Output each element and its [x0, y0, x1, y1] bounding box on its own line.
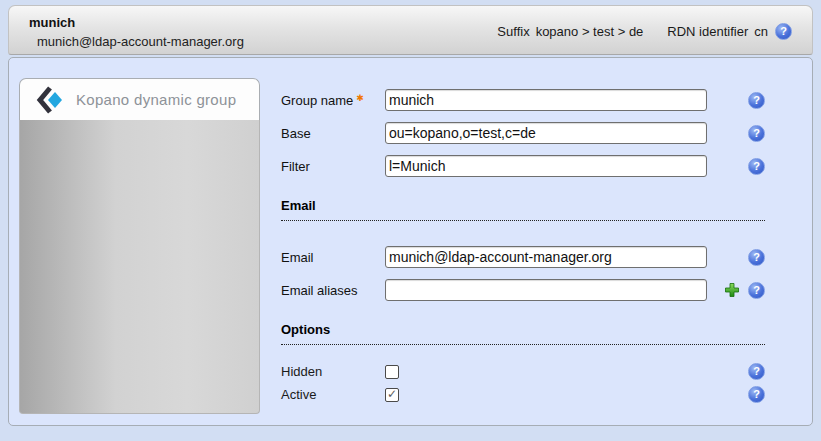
email-aliases-label: Email aliases [281, 283, 385, 298]
group-name-label-text: Group name [281, 93, 353, 108]
base-label: Base [281, 126, 385, 141]
form-row-base: Base ? [281, 122, 765, 144]
active-checkbox[interactable] [385, 388, 399, 402]
account-header-bar: munich munich@ldap-account-manager.org S… [8, 5, 813, 55]
lam-account-edit-page: { "page": { "title": "munich", "subtitle… [0, 0, 821, 441]
account-subtitle: munich@ldap-account-manager.org [37, 34, 244, 49]
add-alias-button[interactable] [724, 282, 740, 298]
rdn-value: cn [754, 24, 768, 39]
kopano-logo-icon [36, 85, 64, 115]
account-edit-panel: Kopano dynamic group Group name✱ ? Base … [8, 57, 813, 426]
email-section-header: Email [281, 198, 765, 221]
help-icon[interactable]: ? [775, 23, 792, 40]
help-icon[interactable]: ? [748, 158, 765, 175]
help-icon[interactable]: ? [748, 249, 765, 266]
hidden-checkbox[interactable] [385, 365, 399, 379]
help-icon[interactable]: ? [748, 125, 765, 142]
group-name-input[interactable] [385, 89, 707, 111]
help-icon[interactable]: ? [748, 363, 765, 380]
form-row-email: Email ? [281, 246, 765, 268]
filter-label: Filter [281, 159, 385, 174]
active-label: Active [281, 387, 385, 402]
rdn-label: RDN identifier [667, 24, 748, 39]
suffix-label: Suffix [497, 24, 529, 39]
required-marker: ✱ [356, 93, 364, 103]
form-row-hidden: Hidden ? [281, 364, 765, 379]
form-row-group-name: Group name✱ ? [281, 89, 765, 111]
base-input[interactable] [385, 122, 707, 144]
help-icon[interactable]: ? [748, 282, 765, 299]
plus-icon [724, 282, 740, 298]
tab-label: Kopano dynamic group [76, 91, 236, 108]
options-section-header: Options [281, 322, 765, 345]
group-name-label: Group name✱ [281, 93, 385, 108]
tab-kopano-dynamic-group[interactable]: Kopano dynamic group [19, 78, 260, 120]
form-row-email-aliases: Email aliases ? [281, 279, 765, 301]
header-meta: Suffix kopano > test > de RDN identifier… [497, 6, 792, 56]
hidden-label: Hidden [281, 364, 385, 379]
email-label: Email [281, 250, 385, 265]
module-tab-panel [19, 120, 260, 414]
help-icon[interactable]: ? [748, 92, 765, 109]
form-row-filter: Filter ? [281, 155, 765, 177]
email-input[interactable] [385, 246, 707, 268]
group-form: Group name✱ ? Base ? Filter ? Email Emai… [281, 89, 765, 410]
help-icon[interactable]: ? [748, 386, 765, 403]
email-aliases-input[interactable] [385, 279, 707, 301]
filter-input[interactable] [385, 155, 707, 177]
suffix-value: kopano > test > de [536, 24, 644, 39]
form-row-active: Active ? [281, 387, 765, 402]
account-title: munich [29, 15, 75, 30]
